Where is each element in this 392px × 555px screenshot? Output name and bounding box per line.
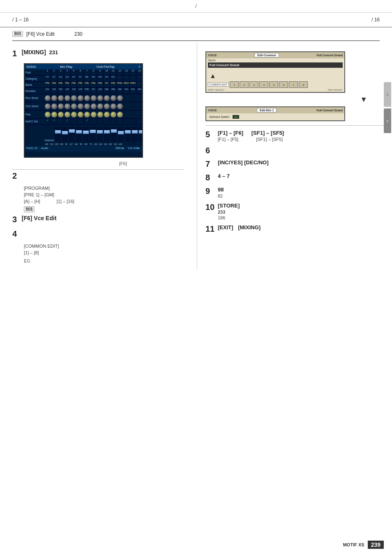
step-11-content: [EXIT] [MIXING] [218, 224, 384, 230]
vs1-part-5[interactable]: 5 [269, 81, 278, 88]
vs1-part-2[interactable]: 2 [240, 81, 249, 88]
vs1-part-1[interactable]: 1 [230, 81, 239, 88]
vs2-element-value: on [233, 115, 239, 119]
vs2-titlebar: VOICE Edit-Elm 1 Full Concert Grand [206, 107, 344, 113]
fader-11 [125, 127, 131, 142]
vs1-name-value: Full Concert Grand [208, 62, 343, 68]
cho-knob-2 [51, 104, 57, 109]
vs1-part-select-label: PART SELECT [208, 89, 224, 91]
mixer-bank-label: Bank [25, 83, 44, 87]
mixer-chosend-row: Cho Send [25, 102, 142, 111]
cho-knob-3 [58, 104, 64, 109]
vs1-voice-label: VOICE [208, 54, 217, 57]
step-10-content: [STORE] 233 186 [218, 203, 384, 220]
mixer-number-cells: 001 128 045 128 128 128 PRE PO 128 096 0… [44, 88, 143, 94]
step-11: 11 [EXIT] [MIXING] [205, 224, 384, 234]
step-3-title: [F6] Vce Edit [22, 215, 57, 221]
header-range: 1 – 16 [15, 17, 29, 23]
knob-12 [117, 95, 123, 101]
mixer-pan-knobs [44, 111, 123, 118]
vs1-part-labels: PART SELECT ARP ON/OFF [206, 89, 344, 92]
mixer-number-label: Number [25, 89, 44, 93]
mixer-category-cells: ST ET OZ SO DT ST BE PE OR FN RO -- -- -… [44, 76, 143, 81]
vs1-part-6[interactable]: 6 [279, 81, 288, 88]
cho-knob-5 [71, 104, 77, 109]
header-section: / 1 – 16 / 16 [0, 13, 392, 28]
cho-knob-9 [97, 104, 103, 109]
fader-8 [104, 127, 110, 142]
step-5: 5 [F1] – [F6] [SF1] – [SF5] [F1] – [F5] … [205, 130, 384, 142]
footer-tab-effect[interactable]: Effect▸ [114, 146, 126, 152]
vs1-title-right: Full Concert Grand [317, 54, 343, 57]
step-10: 10 [STORE] 233 186 [205, 203, 384, 220]
step-6-num: 6 [205, 146, 218, 155]
knob-3 [58, 95, 64, 101]
cho-knob-1 [45, 104, 51, 109]
vs1-arp-label: ARP ON/OFF [327, 89, 343, 91]
knob-1 [45, 95, 51, 101]
pan-knob-12 [117, 112, 123, 117]
step-3-content: [F6] Vce Edit [22, 215, 57, 221]
vs1-part-7[interactable]: 7 [289, 81, 298, 88]
mixer-title-right: OverTheTop [97, 65, 115, 69]
mixer-title-center: Mix Play [60, 65, 72, 69]
note-section: 別注 [F6] Vce Edit 230 [0, 28, 392, 39]
step2-indent3: [A] – [H] [1] – [16] [24, 199, 184, 204]
sidebar-tab-1[interactable]: 1 [384, 82, 391, 107]
pan-knob-7 [84, 112, 90, 117]
fader-6 [90, 127, 96, 142]
knob-11 [111, 95, 116, 101]
step-11-num: 11 [205, 224, 218, 234]
step-7-num: 7 [205, 159, 218, 169]
knob-4 [65, 95, 70, 101]
footer-tab-blank [51, 146, 54, 152]
vs1-common-btn[interactable]: COMMON EDIT [208, 83, 229, 87]
footer-tab-part[interactable]: Part1-16 [25, 146, 39, 152]
vs1-part-4[interactable]: 4 [259, 81, 268, 88]
footer-tab-audio[interactable]: Audio [39, 146, 51, 152]
step-10-page: 233 [218, 210, 384, 214]
knob-5 [71, 95, 77, 101]
mixer-insfx-row: InsFX Sw ✓ ✓ ✓ ✓ [25, 119, 142, 124]
voice-screen-1: VOICE Edit-Common Full Concert Grand Nam… [205, 51, 345, 93]
left-col: 1 [MIXING] 231 SONG Mix Play OverTheTop [0, 43, 197, 269]
step-2-num: 2 [12, 171, 17, 181]
step-9-num: 9 [205, 187, 218, 196]
pan-knob-9 [97, 112, 103, 117]
step-4: 4 [12, 229, 184, 239]
header-right: / 16 [196, 17, 380, 23]
mixer-revsend-knobs [44, 94, 123, 102]
volume-nums: 100 115 128 100 95 127 100 95 100 75 120… [25, 143, 142, 146]
mixer-category-row: Category ST ET OZ SO DT ST BE PE OR FN R… [25, 76, 142, 82]
step-1-page: 231 [49, 49, 58, 55]
fader-group [55, 127, 143, 142]
knob-7 [84, 95, 90, 101]
step-3: 3 [F6] Vce Edit [12, 215, 184, 224]
vs2-title-right: Full Concert Grand [317, 109, 343, 112]
right-sidebar: 1 2 [384, 82, 392, 133]
mixer-part-label: Part [25, 71, 44, 74]
vs2-element-row: Element Switch on [206, 113, 344, 120]
fader-2 [62, 127, 68, 142]
voice-screen-2: VOICE Edit-Elm 1 Full Concert Grand Elem… [205, 106, 345, 121]
step-5-sub: [F1] – [F5] [SF1] – [SF5] [218, 137, 384, 142]
step-6: 6 [205, 146, 384, 155]
vs1-part-8[interactable]: 8 [299, 81, 308, 88]
header-right-num: 16 [374, 17, 380, 23]
step-7-content: [INC/YES] [DEC/NO] [218, 159, 384, 166]
mixer-title-left: SONG [26, 65, 36, 69]
mixer-bank-cells: PRE PRE PRE PRE PRE PRE PRE PRE PRE PO P… [44, 82, 143, 88]
fader-5 [83, 127, 89, 142]
sidebar-tab-2[interactable]: 2 [384, 108, 391, 133]
footer-tab-vceedit[interactable]: Vce Edit▸ [126, 146, 142, 152]
top-slash: / [195, 3, 196, 9]
sidebar-tab-2-label: 2 [387, 119, 388, 123]
mixer-pan-label: Pan [25, 113, 44, 116]
mixer-part-cells: 1 2 3 4 5 6 7 8 9 10 11 12 13 14 [44, 69, 143, 75]
step-1: 1 [MIXING] 231 [12, 49, 184, 58]
step-10-num: 10 [205, 203, 218, 212]
step-7-title: [INC/YES] [DEC/NO] [218, 159, 384, 166]
vs1-part-3[interactable]: 3 [249, 81, 258, 88]
page-footer: MOTIF XS 239 [343, 541, 384, 549]
fader-9 [111, 127, 117, 142]
